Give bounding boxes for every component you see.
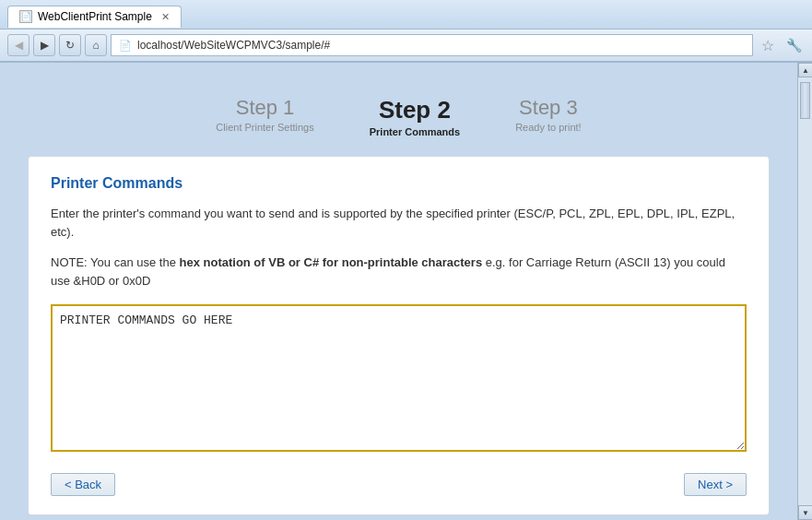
step3-label: Ready to print! (515, 122, 582, 133)
step3-number: Step 3 (515, 96, 582, 120)
step2-number: Step 2 (370, 96, 460, 124)
browser-window: 📄 WebClientPrint Sample ✕ ◀ ▶ ↻ ⌂ 📄 ☆ 🔧 (0, 0, 812, 520)
scroll-up-btn[interactable]: ▲ (798, 63, 812, 77)
page-content: Step 1 Client Printer Settings Step 2 Pr… (0, 63, 797, 520)
description-text: Enter the printer's command you want to … (51, 207, 735, 239)
step1-label: Client Printer Settings (216, 122, 313, 133)
address-input[interactable] (137, 39, 745, 52)
note-prefix: NOTE: You can use the (51, 255, 179, 269)
note-bold: hex notation of VB or C# for non-printab… (179, 255, 482, 269)
page-icon: 📄 (19, 10, 32, 23)
wrench-icon: 🔧 (786, 38, 802, 53)
card-title: Printer Commands (51, 175, 747, 192)
browser-tab[interactable]: 📄 WebClientPrint Sample ✕ (7, 6, 182, 28)
back-btn[interactable]: ◀ (7, 34, 29, 56)
scrollbar[interactable]: ▲ ▼ (797, 63, 812, 520)
forward-btn[interactable]: ▶ (33, 34, 55, 56)
back-icon: ◀ (15, 39, 23, 52)
scrollbar-track[interactable] (798, 77, 812, 505)
printer-commands-input[interactable] (51, 304, 747, 452)
scroll-down-btn[interactable]: ▼ (798, 505, 812, 520)
nav-buttons: < Back Next > (51, 473, 747, 496)
note-text: NOTE: You can use the hex notation of VB… (51, 254, 747, 290)
refresh-icon: ↻ (65, 39, 75, 52)
nav-bar: ◀ ▶ ↻ ⌂ 📄 ☆ 🔧 (0, 30, 812, 63)
step-3[interactable]: Step 3 Ready to print! (515, 96, 582, 137)
tab-close-btn[interactable]: ✕ (161, 11, 170, 23)
star-icon: ☆ (761, 37, 774, 54)
next-btn-label: Next > (698, 478, 733, 491)
back-btn-label: < Back (65, 478, 101, 491)
forward-icon: ▶ (41, 39, 49, 52)
page-address-icon: 📄 (119, 40, 132, 52)
step-2[interactable]: Step 2 Printer Commands (370, 96, 460, 137)
refresh-btn[interactable]: ↻ (59, 34, 81, 56)
wizard-steps: Step 1 Client Printer Settings Step 2 Pr… (28, 81, 770, 156)
address-bar[interactable]: 📄 (111, 34, 753, 56)
bookmark-btn[interactable]: ☆ (757, 34, 779, 56)
step2-label: Printer Commands (370, 126, 460, 137)
home-icon: ⌂ (92, 39, 99, 52)
title-bar: 📄 WebClientPrint Sample ✕ (0, 0, 812, 30)
next-action-btn[interactable]: Next > (684, 473, 747, 496)
step-1[interactable]: Step 1 Client Printer Settings (216, 96, 313, 137)
content-area: Step 1 Client Printer Settings Step 2 Pr… (0, 63, 812, 520)
back-action-btn[interactable]: < Back (51, 473, 115, 496)
main-card: Printer Commands Enter the printer's com… (28, 156, 770, 515)
card-description: Enter the printer's command you want to … (51, 205, 747, 241)
tab-title: WebClientPrint Sample (38, 10, 152, 23)
step1-number: Step 1 (216, 96, 313, 120)
scrollbar-thumb[interactable] (800, 82, 810, 119)
settings-btn[interactable]: 🔧 (783, 34, 805, 56)
home-btn[interactable]: ⌂ (85, 34, 107, 56)
